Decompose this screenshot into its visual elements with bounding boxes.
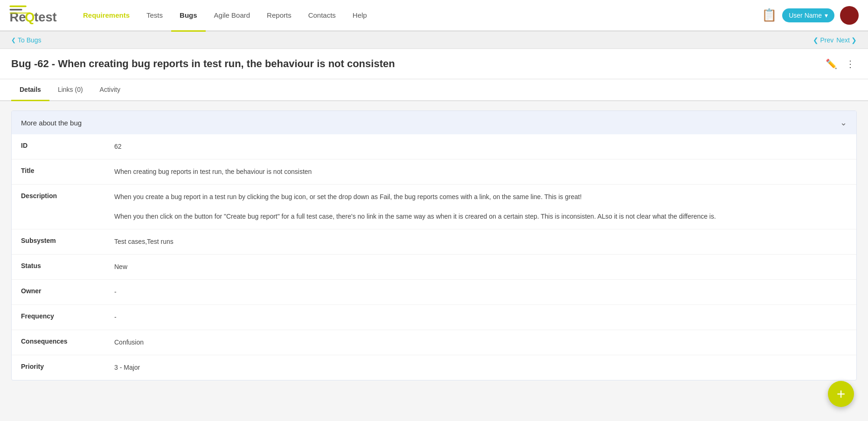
- navbar: Re Q test Requirements Tests Bugs Agile …: [0, 0, 868, 32]
- card-header[interactable]: More about the bug ⌄: [12, 111, 856, 134]
- svg-text:Re: Re: [9, 10, 26, 24]
- chevron-down-icon: ⌄: [840, 117, 847, 128]
- nav-right: 📋 User Name ▾: [762, 6, 859, 25]
- label-subsystem: Subsystem: [21, 237, 114, 244]
- detail-row-title: Title When creating bug reports in test …: [12, 159, 856, 185]
- label-priority: Priority: [21, 363, 114, 370]
- nav-item-requirements[interactable]: Requirements: [75, 0, 138, 32]
- detail-row-id: ID 62: [12, 134, 856, 159]
- label-title: Title: [21, 167, 114, 174]
- detail-row-owner: Owner -: [12, 280, 856, 305]
- plus-icon: +: [837, 386, 846, 403]
- nav-item-help[interactable]: Help: [344, 0, 375, 32]
- nav-item-agile-board[interactable]: Agile Board: [206, 0, 259, 32]
- label-owner: Owner: [21, 287, 114, 295]
- value-consequences: Confusion: [114, 338, 847, 347]
- label-id: ID: [21, 142, 114, 149]
- value-id: 62: [114, 142, 847, 152]
- logo[interactable]: Re Q test: [9, 4, 61, 27]
- nav-item-tests[interactable]: Tests: [138, 0, 171, 32]
- label-frequency: Frequency: [21, 312, 114, 320]
- user-avatar[interactable]: [840, 6, 859, 25]
- tab-details[interactable]: Details: [11, 79, 49, 101]
- tab-links[interactable]: Links (0): [49, 79, 91, 101]
- chevron-down-icon: ▾: [825, 12, 828, 19]
- prev-next-nav: Prev Next: [813, 36, 857, 44]
- next-link[interactable]: Next: [836, 36, 857, 44]
- user-label: User Name: [789, 12, 822, 19]
- value-description: When you create a bug report in a test r…: [114, 192, 847, 221]
- breadcrumb-bar: To Bugs Prev Next: [0, 32, 868, 49]
- detail-row-priority: Priority 3 - Major: [12, 355, 856, 380]
- details-card: More about the bug ⌄ ID 62 Title When cr…: [11, 110, 857, 380]
- tabs-bar: Details Links (0) Activity: [0, 79, 868, 101]
- page-title-area: Bug -62 - When creating bug reports in t…: [0, 49, 868, 79]
- svg-text:test: test: [34, 10, 57, 24]
- label-status: Status: [21, 262, 114, 269]
- svg-rect-5: [9, 12, 30, 14]
- more-options-button[interactable]: ⋮: [844, 56, 857, 71]
- nav-item-contacts[interactable]: Contacts: [300, 0, 344, 32]
- detail-row-subsystem: Subsystem Test cases,Test runs: [12, 229, 856, 255]
- nav-links: Requirements Tests Bugs Agile Board Repo…: [75, 0, 762, 30]
- detail-row-description: Description When you create a bug report…: [12, 185, 856, 229]
- value-priority: 3 - Major: [114, 363, 847, 373]
- book-icon[interactable]: 📋: [762, 8, 777, 22]
- svg-rect-4: [9, 8, 22, 10]
- label-description: Description: [21, 192, 114, 200]
- title-actions: ✏️ ⋮: [824, 56, 857, 71]
- value-status: New: [114, 262, 847, 272]
- main-content: More about the bug ⌄ ID 62 Title When cr…: [0, 101, 868, 421]
- value-owner: -: [114, 287, 847, 297]
- label-consequences: Consequences: [21, 338, 114, 345]
- back-to-bugs-link[interactable]: To Bugs: [11, 36, 42, 44]
- page-title: Bug -62 - When creating bug reports in t…: [11, 58, 395, 70]
- detail-row-frequency: Frequency -: [12, 305, 856, 330]
- value-subsystem: Test cases,Test runs: [114, 237, 847, 247]
- svg-rect-3: [9, 5, 26, 7]
- tab-activity[interactable]: Activity: [91, 79, 129, 101]
- nav-item-bugs[interactable]: Bugs: [171, 0, 206, 32]
- card-header-title: More about the bug: [21, 119, 82, 127]
- nav-item-reports[interactable]: Reports: [258, 0, 300, 32]
- user-menu-button[interactable]: User Name ▾: [782, 8, 834, 22]
- svg-text:Q: Q: [25, 10, 35, 24]
- prev-link[interactable]: Prev: [813, 36, 833, 44]
- detail-row-status: Status New: [12, 255, 856, 280]
- detail-row-consequences: Consequences Confusion: [12, 330, 856, 355]
- value-frequency: -: [114, 312, 847, 322]
- edit-button[interactable]: ✏️: [824, 56, 839, 71]
- fab-add-button[interactable]: +: [828, 381, 854, 407]
- value-title: When creating bug reports in test run, t…: [114, 167, 847, 177]
